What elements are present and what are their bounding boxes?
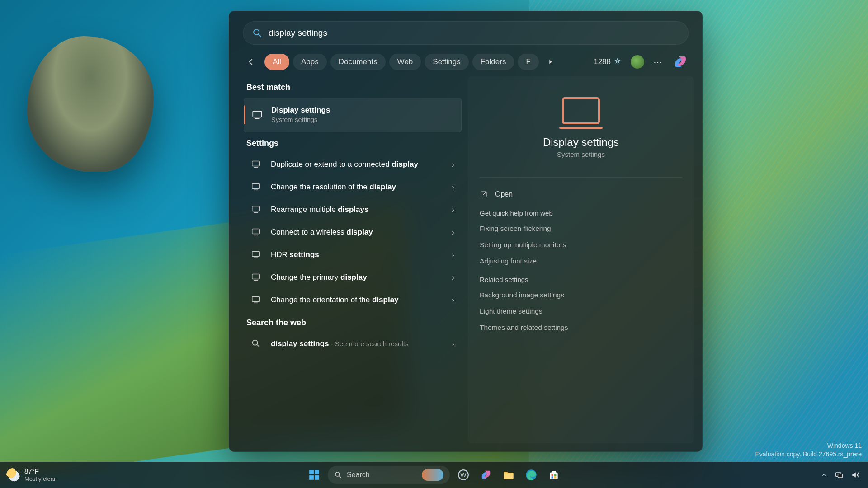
- chevron-right-icon: ›: [452, 205, 454, 215]
- svg-line-1: [259, 34, 261, 37]
- svg-rect-31: [550, 473, 557, 479]
- best-match-result[interactable]: Display settings System settings: [244, 98, 462, 132]
- more-options[interactable]: ⋯: [653, 56, 663, 67]
- filter-pill-settings[interactable]: Settings: [425, 54, 468, 70]
- quick-help-link[interactable]: Adjusting font size: [480, 253, 682, 269]
- svg-rect-12: [252, 251, 260, 256]
- open-label: Open: [495, 190, 513, 198]
- quick-help-label: Get quick help from web: [480, 203, 682, 221]
- user-avatar[interactable]: [631, 55, 644, 69]
- svg-rect-35: [552, 476, 553, 478]
- filter-pill-documents[interactable]: Documents: [330, 54, 386, 70]
- svg-rect-29: [504, 474, 514, 479]
- settings-result[interactable]: Change the primary display›: [244, 267, 462, 289]
- svg-rect-16: [252, 296, 260, 301]
- watermark: Windows 11 Evaluation copy. Build 27695.…: [755, 441, 862, 459]
- display-icon: [251, 249, 263, 261]
- svg-line-26: [339, 476, 341, 478]
- svg-rect-22: [315, 470, 319, 474]
- weather-condition: Mostly clear: [24, 475, 56, 482]
- svg-point-25: [335, 472, 340, 476]
- svg-rect-33: [552, 474, 553, 476]
- svg-rect-23: [309, 475, 314, 480]
- web-result-title: display settings: [271, 339, 329, 348]
- chevron-right-icon: ›: [452, 160, 454, 169]
- settings-result[interactable]: Duplicate or extend to a connected displ…: [244, 154, 462, 176]
- svg-rect-8: [252, 206, 260, 211]
- taskbar-explorer[interactable]: [500, 466, 518, 484]
- display-settings-hero-icon: [562, 97, 600, 124]
- svg-point-18: [253, 340, 258, 345]
- open-action[interactable]: Open: [480, 186, 682, 203]
- weather-widget[interactable]: 87°F Mostly clear: [0, 468, 56, 482]
- taskbar-edge[interactable]: [522, 466, 540, 484]
- web-result[interactable]: display settings - See more search resul…: [244, 333, 462, 356]
- svg-rect-21: [309, 470, 314, 474]
- watermark-line1: Windows 11: [755, 441, 862, 450]
- chevron-right-icon: ›: [452, 296, 454, 305]
- taskbar-copilot[interactable]: [477, 466, 495, 484]
- preview-title: Display settings: [543, 136, 619, 149]
- search-bar[interactable]: [243, 21, 689, 45]
- watermark-line2: Evaluation copy. Build 27695.rs_prere: [755, 450, 862, 459]
- filter-pill-f[interactable]: F: [518, 54, 538, 70]
- svg-rect-4: [252, 161, 260, 166]
- section-best-match: Best match: [244, 76, 462, 98]
- preview-subtitle: System settings: [557, 150, 605, 158]
- search-highlight-icon: [422, 469, 443, 481]
- tray-volume-icon[interactable]: [851, 470, 860, 479]
- filter-pill-folders[interactable]: Folders: [472, 54, 514, 70]
- svg-rect-36: [554, 476, 556, 478]
- tray-network-icon[interactable]: [835, 470, 844, 479]
- related-settings-link[interactable]: Themes and related settings: [480, 319, 682, 336]
- back-button[interactable]: [243, 54, 259, 70]
- chevron-right-icon: ›: [452, 250, 454, 260]
- quick-help-link[interactable]: Setting up multiple monitors: [480, 237, 682, 253]
- display-icon: [251, 182, 263, 193]
- svg-rect-38: [838, 474, 843, 478]
- filter-pill-web[interactable]: Web: [389, 54, 421, 70]
- filter-scroll-next[interactable]: [544, 56, 557, 68]
- settings-result[interactable]: Rearrange multiple displays›: [244, 199, 462, 221]
- related-settings-link[interactable]: Background image settings: [480, 287, 682, 303]
- filter-pill-all[interactable]: All: [264, 54, 289, 70]
- related-settings-link[interactable]: Light theme settings: [480, 303, 682, 319]
- tray-overflow[interactable]: [821, 472, 827, 478]
- taskbar: 87°F Mostly clear Search W: [0, 462, 868, 488]
- related-settings-label: Related settings: [480, 269, 682, 287]
- search-input[interactable]: [269, 28, 679, 38]
- svg-rect-24: [315, 475, 319, 480]
- chevron-right-icon: ›: [452, 228, 454, 237]
- taskbar-search-icon: [334, 471, 342, 479]
- start-button[interactable]: [305, 466, 323, 484]
- filter-pill-apps[interactable]: Apps: [293, 54, 327, 70]
- taskbar-store[interactable]: [545, 466, 563, 484]
- settings-result[interactable]: Change the orientation of the display›: [244, 289, 462, 312]
- search-result-icon: [251, 338, 263, 350]
- preview-panel: Display settings System settings Open Ge…: [468, 76, 694, 443]
- settings-result[interactable]: HDR settings›: [244, 244, 462, 267]
- taskbar-app-1[interactable]: W: [454, 466, 472, 484]
- svg-rect-14: [252, 274, 260, 279]
- settings-result[interactable]: Change the resolution of the display›: [244, 176, 462, 199]
- best-match-title: Display settings: [271, 106, 330, 114]
- web-result-suffix: - See more search results: [329, 340, 408, 347]
- rewards-points[interactable]: 1288: [594, 57, 622, 66]
- svg-rect-6: [252, 183, 260, 188]
- quick-help-link[interactable]: Fixing screen flickering: [480, 221, 682, 237]
- rewards-icon: [613, 58, 622, 66]
- weather-icon: [6, 468, 20, 482]
- settings-result[interactable]: Connect to a wireless display›: [244, 221, 462, 244]
- svg-rect-2: [253, 112, 262, 117]
- chevron-right-icon: ›: [452, 273, 454, 282]
- display-icon: [251, 109, 263, 121]
- svg-rect-32: [552, 471, 556, 473]
- svg-line-19: [257, 344, 259, 347]
- section-settings: Settings: [244, 132, 462, 154]
- filter-row: AllAppsDocumentsWebSettingsFoldersF 1288…: [229, 45, 702, 76]
- results-column: Best match Display settings System setti…: [237, 76, 462, 443]
- display-icon: [251, 159, 263, 171]
- display-icon: [251, 295, 263, 306]
- copilot-icon[interactable]: [672, 54, 689, 70]
- taskbar-search[interactable]: Search: [328, 466, 450, 484]
